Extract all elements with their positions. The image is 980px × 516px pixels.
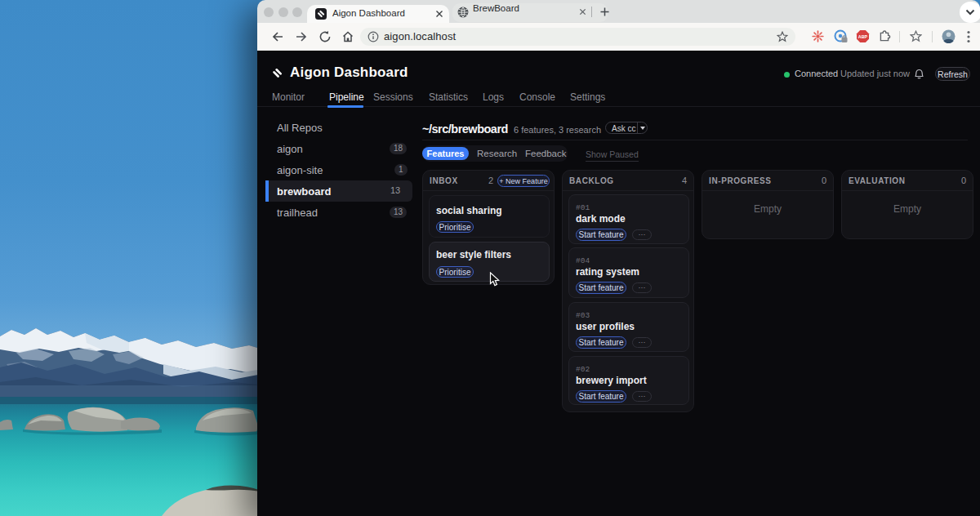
svg-text:ABP: ABP (858, 34, 868, 39)
